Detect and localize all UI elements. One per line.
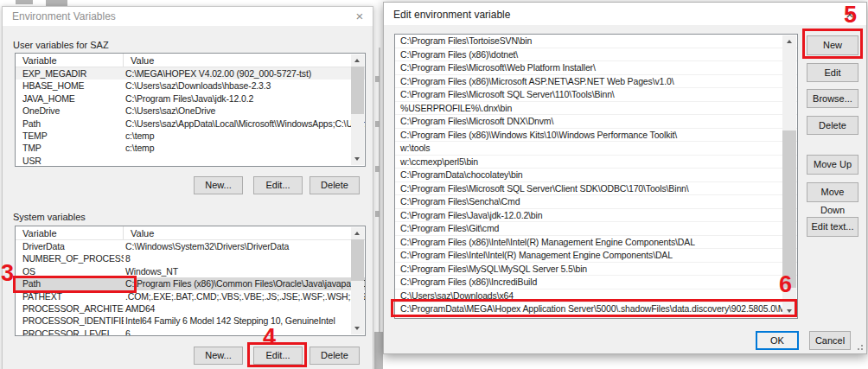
title-bar: Edit environment variable ×	[384, 3, 866, 25]
variable-name: PROCESSOR_LEVEL	[16, 328, 124, 336]
table-row[interactable]: USR	[16, 155, 365, 167]
scroll-up-icon[interactable]	[351, 227, 364, 239]
path-entries-list: C:\Program Files\TortoiseSVN\binC:\Progr…	[394, 34, 798, 319]
background-fragment	[375, 166, 380, 172]
list-item[interactable]: w:\ccmexp\perl5\bin	[395, 156, 797, 169]
column-header-variable[interactable]: Variable	[16, 226, 124, 239]
variable-name: NUMBER_OF_PROCESSORS	[16, 252, 124, 264]
table-row[interactable]: PROCESSOR_LEVEL6	[16, 328, 365, 336]
system-variables-label: System variables	[13, 212, 86, 222]
scroll-down-icon[interactable]	[351, 322, 364, 334]
scrollbar-thumb[interactable]	[351, 239, 364, 281]
list-item[interactable]: C:\Program Files (x86)\Windows Kits\10\W…	[395, 129, 797, 143]
variable-value: c:\temp	[124, 130, 365, 142]
resize-grip[interactable]	[854, 341, 863, 350]
list-item[interactable]: C:\Program Files\TortoiseSVN\bin	[395, 35, 797, 48]
list-item[interactable]: C:\Program Files\Microsoft SQL Server\Cl…	[395, 182, 797, 196]
column-header-value[interactable]: Value	[124, 54, 365, 67]
variable-value: Intel64 Family 6 Model 142 Stepping 10, …	[124, 315, 365, 327]
background-fragment	[16, 0, 33, 4]
list-item[interactable]: %USERPROFILE%\.dnx\bin	[395, 102, 797, 116]
list-item[interactable]: C:\Program Files\Microsoft DNX\Dnvm\	[395, 115, 797, 129]
table-row[interactable]: PROCESSOR_IDENTIFIERIntel64 Family 6 Mod…	[16, 315, 365, 327]
cancel-button[interactable]: Cancel	[809, 331, 851, 350]
annotation-box-path-row	[13, 276, 137, 293]
variable-value: C:\Windows\System32\Drivers\DriverData	[124, 240, 365, 252]
user-new-button[interactable]: New...	[194, 176, 243, 194]
table-row[interactable]: DriverDataC:\Windows\System32\Drivers\Dr…	[16, 240, 365, 252]
user-variables-list: Variable Value EXP_MEGADIRC:\MEGA\HOPEX …	[15, 53, 366, 167]
list-item[interactable]: C:\Program Files\Sencha\Cmd	[395, 195, 797, 209]
scrollbar[interactable]	[351, 227, 364, 334]
column-header-variable[interactable]: Variable	[16, 54, 124, 67]
variable-value: C:\Program Files (x86)\Common Files\Orac…	[124, 277, 365, 289]
table-row[interactable]: TMPc:\temp	[16, 142, 365, 154]
list-item[interactable]: C:\ProgramData\chocolatey\bin	[395, 169, 797, 182]
table-row[interactable]: JAVA_HOMEC:\Program Files\Java\jdk-12.0.…	[16, 92, 365, 105]
edit-text-button[interactable]: Edit text...	[807, 217, 858, 237]
table-row[interactable]: TEMPc:\temp	[16, 130, 365, 142]
table-row[interactable]: PathC:\Users\saz\AppData\Local\Microsoft…	[16, 118, 365, 130]
list-item[interactable]: C:\Program Files (x86)\IncrediBuild	[395, 276, 797, 289]
close-icon[interactable]: ×	[352, 9, 367, 24]
list-item[interactable]: C:\Program Files\Microsoft SQL Server\11…	[395, 88, 797, 102]
background-fragment	[375, 211, 380, 217]
list-item[interactable]: C:\Program Files (x86)\dotnet\	[395, 48, 797, 62]
variable-name: JAVA_HOME	[16, 92, 124, 105]
list-item[interactable]: C:\Program Files\Git\cmd	[395, 222, 797, 236]
scrollbar-thumb[interactable]	[351, 67, 364, 114]
scroll-down-icon[interactable]	[351, 153, 364, 165]
variable-value: AMD64	[124, 302, 365, 315]
annotation-box-new-button	[802, 29, 863, 59]
table-row[interactable]: HBASE_HOMEC:\Users\saz\Downloads\hbase-2…	[16, 80, 365, 92]
delete-button[interactable]: Delete	[807, 116, 858, 135]
variable-value: C:\Users\saz\OneDrive	[124, 105, 365, 117]
list-item[interactable]: C:\Program Files (x86)\Microsoft ASP.NET…	[395, 75, 797, 89]
scrollbar-thumb[interactable]	[782, 130, 796, 288]
list-header: Variable Value	[16, 226, 365, 240]
environment-variables-dialog: Environment Variables × User variables f…	[2, 6, 373, 369]
system-delete-button[interactable]: Delete	[310, 347, 360, 365]
list-item[interactable]: C:\Program Files (x86)\Intel\Intel(R) Ma…	[395, 236, 797, 250]
variable-value: .COM;.EXE;.BAT;.CMD;.VBS;.VBE;.JS;.JSE;.…	[124, 290, 365, 302]
variable-value: 6	[124, 328, 365, 336]
variable-name: PROCESSOR_ARCHITECTU...	[16, 302, 124, 315]
browse-button[interactable]: Browse...	[807, 89, 858, 108]
move-up-button[interactable]: Move Up	[807, 155, 858, 175]
ok-button[interactable]: OK	[756, 331, 799, 350]
dialog-title: Edit environment variable	[393, 9, 510, 21]
annotation-number-3: 3	[1, 262, 14, 285]
variable-name: HBASE_HOME	[16, 80, 124, 92]
variable-name: PROCESSOR_IDENTIFIER	[16, 315, 124, 327]
column-header-value[interactable]: Value	[124, 226, 365, 239]
scroll-up-icon[interactable]	[782, 35, 796, 48]
system-new-button[interactable]: New...	[194, 347, 243, 365]
list-item[interactable]: C:\Program Files\Intel\Intel(R) Manageme…	[395, 249, 797, 263]
background-fragment	[374, 332, 383, 369]
variable-value: Windows_NT	[124, 265, 365, 277]
table-row[interactable]: NUMBER_OF_PROCESSORS8	[16, 252, 365, 264]
scrollbar[interactable]	[351, 54, 364, 165]
variable-name: Path	[16, 118, 124, 130]
table-row[interactable]: OneDriveC:\Users\saz\OneDrive	[16, 105, 365, 117]
list-item[interactable]: C:\Program Files\MySQL\MySQL Server 5.5\…	[395, 263, 797, 277]
table-row[interactable]: PROCESSOR_ARCHITECTU...AMD64	[16, 302, 365, 315]
dialog-title: Environment Variables	[12, 10, 116, 22]
annotation-box-edit-button	[247, 342, 307, 367]
scroll-up-icon[interactable]	[351, 54, 364, 67]
list-item[interactable]: w:\tools	[395, 142, 797, 156]
variable-name: OneDrive	[16, 105, 124, 117]
list-item[interactable]: C:\Program Files\Java\jdk-12.0.2\bin	[395, 209, 797, 223]
annotation-box-module-path-row	[391, 299, 797, 317]
variable-value: C:\MEGA\HOPEX V4.02.00 (902_000-5727-tst…	[124, 67, 365, 80]
user-edit-button[interactable]: Edit...	[253, 176, 303, 194]
variable-name: USR	[16, 155, 124, 167]
variable-value: C:\Users\saz\Downloads\hbase-2.3.3	[124, 80, 365, 92]
edit-button[interactable]: Edit	[807, 63, 858, 82]
list-item[interactable]: C:\Program Files\Microsoft\Web Platform …	[395, 61, 797, 75]
move-down-button[interactable]: Move Down	[807, 182, 858, 202]
table-row[interactable]: EXP_MEGADIRC:\MEGA\HOPEX V4.02.00 (902_0…	[16, 67, 365, 80]
variable-value: C:\Program Files\Java\jdk-12.0.2	[124, 92, 365, 105]
user-delete-button[interactable]: Delete	[310, 176, 360, 194]
background-fragment	[375, 76, 380, 82]
